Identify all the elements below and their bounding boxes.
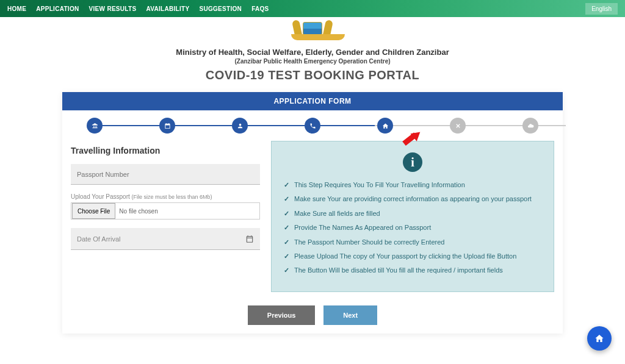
check-icon: ✓ [284,180,289,190]
nav-availability[interactable]: AVAILABILITY [146,5,189,12]
form-banner: APPLICATION FORM [62,92,563,110]
check-icon: ✓ [284,238,289,247]
ministry-subtitle: (Zanzibar Public Health Emergency Operat… [0,58,625,65]
date-placeholder: Date Of Arrival [77,235,121,243]
tip-item: ✓Please Upload The copy of Your passport… [284,252,541,261]
nav-application[interactable]: APPLICATION [36,5,79,12]
tip-item: ✓Make sure Your are providing correct in… [284,194,541,204]
check-icon: ✓ [284,194,289,204]
pointer-arrow [401,135,422,151]
home-fab-button[interactable] [587,326,612,351]
tip-item: ✓This Step Requires You To Fill Your Tra… [284,180,541,190]
top-navbar: HOME APPLICATION VIEW RESULTS AVAILABILI… [0,0,625,17]
tip-item: ✓The Passport Number Should be correctly… [284,238,541,247]
portal-title: COVID-19 TEST BOOKING PORTAL [0,68,625,82]
next-button[interactable]: Next [323,305,377,325]
form-left-column: Travelling Information Upload Your Passp… [71,141,260,292]
info-panel: i ✓This Step Requires You To Fill Your T… [271,141,554,292]
ministry-title: Ministry of Health, Social Welfare, Elde… [0,48,625,57]
nav-home[interactable]: HOME [7,5,26,12]
info-icon: i [403,152,422,172]
calendar-icon [164,123,171,129]
step-2[interactable] [159,118,175,134]
home-icon [382,123,389,129]
step-3[interactable] [232,118,248,134]
bank-icon [92,123,98,129]
tip-item: ✓Make Sure all fields are filled [284,209,541,218]
check-icon: ✓ [284,266,289,275]
file-input-wrapper[interactable]: Choose File No file chosen [71,202,260,219]
tip-item: ✓Provide The Names As Appeared on Passpo… [284,223,541,232]
section-heading: Travelling Information [71,146,260,155]
step-7 [522,118,538,134]
nav-faqs[interactable]: FAQS [251,5,269,12]
date-of-arrival-input[interactable]: Date Of Arrival [71,228,260,250]
step-1[interactable] [87,118,103,134]
tips-list: ✓This Step Requires You To Fill Your Tra… [284,180,541,276]
phone-icon [309,123,316,129]
language-button[interactable]: English [585,3,618,15]
form-footer: Previous Next [62,301,563,334]
check-icon: ✓ [284,223,289,232]
passport-number-input[interactable] [71,164,260,185]
cloud-icon [527,123,534,129]
x-icon [455,123,461,129]
step-4[interactable] [305,118,320,134]
nav-links: HOME APPLICATION VIEW RESULTS AVAILABILI… [7,5,269,12]
nav-view-results[interactable]: VIEW RESULTS [89,5,137,12]
previous-button[interactable]: Previous [248,305,315,325]
file-status-text: No file chosen [119,208,157,215]
stepper [62,110,563,141]
calendar-picker-icon[interactable] [245,235,254,243]
coat-of-arms-icon [291,21,334,45]
upload-label: Upload Your Passport (File size must be … [71,193,260,200]
step-6 [450,118,466,134]
home-icon [594,334,604,343]
page-header: Ministry of Health, Social Welfare, Elde… [0,17,625,87]
check-icon: ✓ [284,209,289,218]
nav-suggestion[interactable]: SUGGESTION [199,5,242,12]
check-icon: ✓ [284,252,289,261]
user-icon [237,123,244,129]
form-container: APPLICATION FORM Travelling Information … [62,92,563,334]
tip-item: ✓The Button Will be disabled till You fi… [284,266,541,275]
choose-file-button[interactable]: Choose File [72,203,115,219]
step-5-current[interactable] [377,118,393,134]
